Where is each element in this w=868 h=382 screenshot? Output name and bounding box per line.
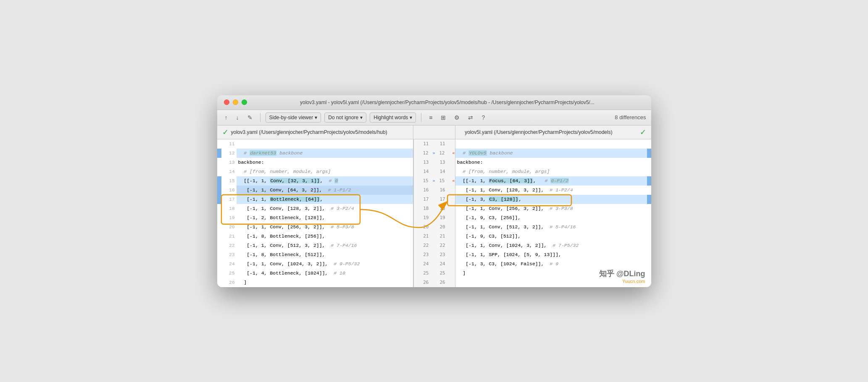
right-code: [-1, 1, Conv, [128, 3, 2]], # 1-P2/4 xyxy=(455,186,647,195)
highlight-label: Highlight words xyxy=(374,115,408,120)
table-row: [-1, 1, Conv, [256, 3, 2]], # 3-P3/8 xyxy=(455,204,651,213)
right-gutter-changed xyxy=(647,149,651,158)
table-row: 23 [-1, 8, Bottleneck, [512]], xyxy=(217,250,413,259)
lines-icon-button[interactable]: ≡ xyxy=(426,113,435,123)
right-code: [-1, 3, C3, [128]], xyxy=(455,195,647,204)
table-row: [-1, 1, Conv, [512, 3, 2]], # 5-P4/16 xyxy=(455,222,651,232)
table-row: backbone: xyxy=(455,158,651,167)
viewer-dropdown[interactable]: Side-by-side viewer ▾ xyxy=(266,113,321,123)
table-row: 16 [-1, 1, Conv, [64, 3, 2]], # 1-P1/2 xyxy=(217,186,413,195)
right-code: # YOLOv5 backbone xyxy=(455,149,647,158)
left-linenum: 17 xyxy=(221,195,237,204)
table-row: 19 [-1, 2, Bottleneck, [128]], xyxy=(217,213,413,222)
left-linenum: 16 xyxy=(221,186,237,195)
minimize-button[interactable] xyxy=(233,99,238,105)
table-row: 18 [-1, 1, Conv, [128, 3, 2]], # 3-P2/4 xyxy=(217,204,413,213)
right-check-icon: ✓ xyxy=(640,128,646,137)
titlebar: yolov3.yaml - yolov5l.yaml (/Users/glenn… xyxy=(217,95,651,110)
right-code: backbone: xyxy=(455,158,647,167)
left-linenum: 11 xyxy=(221,139,237,149)
center-header xyxy=(413,126,455,139)
table-row: ] xyxy=(455,269,651,278)
left-linenum: 13 xyxy=(221,158,237,167)
left-linenum: 14 xyxy=(221,167,237,176)
left-code: [[-1, 1, Conv, [32, 3, 1]], # 0 xyxy=(237,176,413,186)
table-row: [-1, 1, Conv, [128, 3, 2]], # 1-P2/4 xyxy=(455,186,651,195)
highlight-chevron-icon: ▾ xyxy=(410,115,412,120)
toolbar: ↑ ↓ ✎ Side-by-side viewer ▾ Do not ignor… xyxy=(217,110,651,126)
ignore-dropdown[interactable]: Do not ignore ▾ xyxy=(324,113,366,123)
left-file-header: ✓ yolov3.yaml (/Users/glennjocher/Pychar… xyxy=(217,126,413,139)
traffic-lights xyxy=(224,99,247,105)
table-row xyxy=(455,139,651,149)
viewer-chevron-icon: ▾ xyxy=(315,115,317,120)
left-gutter xyxy=(217,167,221,176)
table-row: 26 ] xyxy=(217,278,413,287)
maximize-button[interactable] xyxy=(242,99,247,105)
left-filename: yolov3.yaml (/Users/glennjocher/PycharmP… xyxy=(231,129,387,135)
settings-icon-button[interactable]: ⚙ xyxy=(452,113,462,123)
left-gutter xyxy=(217,139,221,149)
diff-area: 11 12 # darknet53 backbone 13 backbone: xyxy=(217,139,651,287)
file-headers: ✓ yolov3.yaml (/Users/glennjocher/Pychar… xyxy=(217,126,651,139)
columns-icon-button[interactable]: ⊞ xyxy=(438,113,448,123)
diff-count: 8 differences xyxy=(615,114,646,120)
app-window: yolov3.yaml - yolov5l.yaml (/Users/glenn… xyxy=(217,95,651,287)
right-gutter xyxy=(647,139,651,149)
close-button[interactable] xyxy=(224,99,229,105)
separator-2 xyxy=(421,113,421,122)
left-gutter xyxy=(217,158,221,167)
left-code: # [from, number, module, args] xyxy=(237,167,413,176)
left-code: [-1, 1, Conv, [64, 3, 2]], # 1-P1/2 xyxy=(237,186,413,195)
help-icon-button[interactable]: ? xyxy=(479,113,487,123)
table-row: # [from, number, module, args] xyxy=(455,167,651,176)
highlight-dropdown[interactable]: Highlight words ▾ xyxy=(370,113,416,123)
diff-content: 11 12 # darknet53 backbone 13 backbone: xyxy=(217,139,651,287)
left-gutter-changed xyxy=(217,195,221,204)
right-pane: # YOLOv5 backbone backbone: # [from, num… xyxy=(455,139,651,287)
separator-1 xyxy=(260,113,260,122)
left-check-icon: ✓ xyxy=(222,128,229,137)
table-row: [-1, 3, C3, [1024, False]], # 9 xyxy=(455,259,651,269)
table-row: 24 [-1, 1, Conv, [1024, 3, 2]], # 9-P5/3… xyxy=(217,259,413,269)
center-column: 11 11 12 » 12 « 13 13 14 xyxy=(413,139,455,287)
nav-down-button[interactable]: ↓ xyxy=(234,113,242,123)
table-row: 13 backbone: xyxy=(217,158,413,167)
left-code xyxy=(237,139,413,149)
left-linenum: 12 xyxy=(221,149,237,158)
left-code: backbone: xyxy=(237,158,413,167)
left-code: # darknet53 backbone xyxy=(237,149,413,158)
table-row: [-1, 9, C3, [512]], xyxy=(455,232,651,241)
nav-up-button[interactable]: ↑ xyxy=(222,113,230,123)
table-row: 22 [-1, 1, Conv, [512, 3, 2]], # 7-P4/16 xyxy=(217,241,413,250)
right-code: [[-1, 1, Focus, [64, 3]], # 0-P1/2 xyxy=(455,176,647,186)
left-gutter-changed xyxy=(217,176,221,186)
table-row: 15 [[-1, 1, Conv, [32, 3, 1]], # 0 xyxy=(217,176,413,186)
left-linenum: 15 xyxy=(221,176,237,186)
table-row: # YOLOv5 backbone xyxy=(455,149,651,158)
window-title: yolov3.yaml - yolov5l.yaml (/Users/glenn… xyxy=(250,99,644,105)
table-row: 25 [-1, 4, Bottleneck, [1024]], # 10 xyxy=(217,269,413,278)
table-row: [-1, 9, C3, [256]], xyxy=(455,213,651,222)
right-code: # [from, number, module, args] xyxy=(455,167,647,176)
table-row: [-1, 1, SPP, [1024, [5, 9, 13]]], xyxy=(455,250,651,259)
sync-icon-button[interactable]: ⇄ xyxy=(466,113,476,123)
right-code xyxy=(455,139,647,149)
viewer-label: Side-by-side viewer xyxy=(269,115,313,120)
table-row: [-1, 1, Conv, [1024, 3, 2]], # 7-P5/32 xyxy=(455,241,651,250)
left-gutter-changed xyxy=(217,186,221,195)
ignore-chevron-icon: ▾ xyxy=(360,115,363,120)
right-file-header: | yolov5l.yaml (/Users/glennjocher/Pycha… xyxy=(455,126,651,139)
left-gutter-changed xyxy=(217,149,221,158)
ignore-label: Do not ignore xyxy=(328,115,358,120)
table-row xyxy=(455,278,651,287)
left-code: [-1, 1, Bottleneck, [64]], xyxy=(237,195,413,204)
table-row: 20 [-1, 1, Conv, [256, 3, 2]], # 5-P3/8 xyxy=(217,222,413,232)
edit-button[interactable]: ✎ xyxy=(245,113,255,123)
right-filename: yolov5l.yaml (/Users/glennjocher/Pycharm… xyxy=(465,129,612,135)
left-pane: 11 12 # darknet53 backbone 13 backbone: xyxy=(217,139,413,287)
table-row: 17 [-1, 1, Bottleneck, [64]], xyxy=(217,195,413,204)
table-row: 11 xyxy=(217,139,413,149)
table-row: [-1, 3, C3, [128]], xyxy=(455,195,651,204)
table-row: 14 # [from, number, module, args] xyxy=(217,167,413,176)
